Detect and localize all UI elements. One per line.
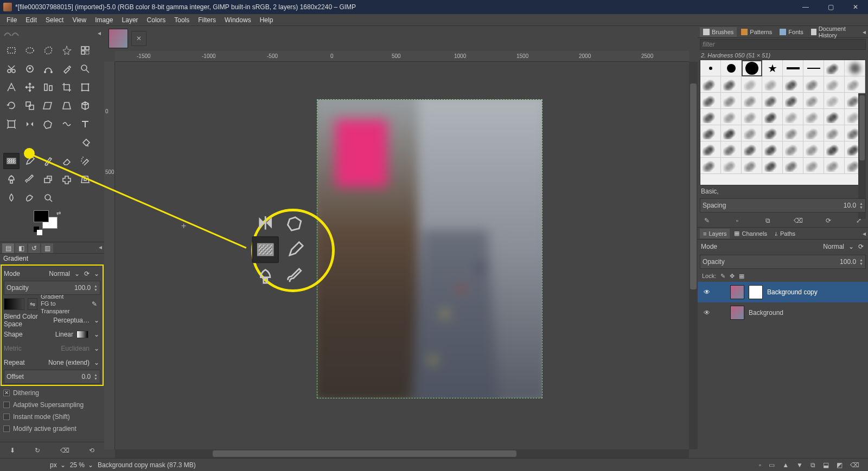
layer-thumbnail[interactable] bbox=[730, 306, 744, 320]
fg-color-swatch[interactable] bbox=[34, 210, 49, 222]
brush-cell[interactable] bbox=[803, 109, 824, 125]
rotate-tool[interactable] bbox=[3, 98, 20, 114]
merge-down-icon[interactable]: ⬓ bbox=[823, 461, 829, 469]
bucket-fill-tool[interactable] bbox=[77, 134, 93, 151]
channels-tab[interactable]: ▦Channels bbox=[731, 229, 770, 238]
new-layer-icon[interactable]: ▫ bbox=[759, 461, 761, 469]
unit-selector[interactable]: px⌄ bbox=[50, 461, 67, 469]
opacity-row[interactable]: Opacity 100.0 ▲▼ bbox=[4, 281, 100, 295]
brush-cell[interactable]: ★ bbox=[762, 60, 783, 76]
chevron-down-icon[interactable]: ⌄ bbox=[93, 270, 100, 278]
layer-mask-thumbnail[interactable] bbox=[749, 285, 763, 299]
adaptive-check[interactable]: Adaptive Supersampling bbox=[0, 399, 104, 411]
checkbox-icon[interactable] bbox=[3, 390, 10, 396]
brush-cell[interactable] bbox=[742, 125, 762, 141]
images-tab[interactable]: ▥ bbox=[41, 243, 53, 253]
menu-select[interactable]: Select bbox=[41, 16, 68, 24]
checkbox-icon[interactable] bbox=[3, 425, 10, 432]
brush-cell[interactable] bbox=[783, 158, 803, 174]
brush-cell[interactable] bbox=[803, 125, 824, 141]
repeat-row[interactable]: Repeat None (extend) ⌄ bbox=[4, 356, 100, 370]
menu-tools[interactable]: Tools bbox=[170, 16, 194, 24]
gradient-tool[interactable] bbox=[3, 153, 20, 169]
brush-grid[interactable]: ★ bbox=[700, 60, 866, 185]
brush-cell[interactable] bbox=[824, 60, 845, 76]
smudge-tool[interactable] bbox=[22, 190, 38, 206]
paths-tool[interactable] bbox=[40, 61, 56, 77]
lock-alpha-icon[interactable]: ▦ bbox=[739, 273, 744, 280]
3d-transform-tool[interactable] bbox=[77, 98, 93, 114]
image-tab-thumbnail[interactable] bbox=[108, 29, 128, 48]
brush-cell[interactable] bbox=[803, 141, 824, 158]
brush-cell[interactable] bbox=[803, 76, 824, 93]
scissors-tool[interactable] bbox=[3, 61, 20, 77]
panel-menu-icon[interactable]: ◂ bbox=[863, 28, 866, 36]
edit-brush-icon[interactable]: ✎ bbox=[702, 217, 712, 224]
undo-history-tab[interactable]: ↺ bbox=[28, 243, 40, 253]
color-picker-tool[interactable] bbox=[59, 61, 75, 77]
delete-layer-icon[interactable]: ⌫ bbox=[850, 461, 859, 469]
reset-options-icon[interactable]: ⟲ bbox=[89, 447, 94, 454]
brush-cell[interactable] bbox=[721, 158, 742, 174]
heal-tool[interactable] bbox=[59, 171, 75, 188]
brush-cell[interactable] bbox=[824, 76, 845, 93]
shear-tool[interactable] bbox=[40, 98, 56, 114]
vertical-scrollbar[interactable] bbox=[689, 62, 698, 449]
chevron-down-icon[interactable]: ⌄ bbox=[73, 270, 81, 278]
chevron-down-icon[interactable]: ⌄ bbox=[93, 317, 100, 324]
ink-tool[interactable] bbox=[3, 171, 20, 188]
chevron-down-icon[interactable]: ⌄ bbox=[93, 359, 100, 366]
chevron-down-icon[interactable]: ⌄ bbox=[87, 461, 94, 469]
gradient-preview[interactable] bbox=[4, 298, 24, 310]
menu-edit[interactable]: Edit bbox=[21, 16, 41, 24]
brush-cell[interactable] bbox=[700, 158, 721, 174]
brush-cell[interactable] bbox=[783, 76, 803, 93]
brush-cell[interactable] bbox=[721, 141, 742, 158]
menu-file[interactable]: File bbox=[2, 16, 21, 24]
raise-layer-icon[interactable]: ▲ bbox=[782, 461, 789, 469]
brush-cell[interactable] bbox=[783, 60, 803, 76]
canvas-image[interactable] bbox=[317, 100, 542, 398]
brush-cell[interactable] bbox=[783, 109, 803, 125]
mypaint-brush-tool[interactable] bbox=[22, 171, 38, 188]
patterns-tab[interactable]: Patterns bbox=[738, 27, 775, 37]
window-minimize-button[interactable]: — bbox=[793, 0, 818, 14]
menu-filters[interactable]: Filters bbox=[194, 16, 220, 24]
brush-cell[interactable] bbox=[762, 158, 783, 174]
dithering-check[interactable]: Dithering bbox=[0, 387, 104, 399]
brush-cell[interactable] bbox=[762, 76, 783, 93]
measure-tool[interactable] bbox=[3, 79, 20, 95]
layer-mode-row[interactable]: Mode Normal ⌄ ⟳ bbox=[698, 240, 868, 254]
checkbox-icon[interactable] bbox=[3, 402, 10, 408]
brush-cell[interactable] bbox=[742, 109, 762, 125]
horizontal-scrollbar[interactable] bbox=[115, 449, 689, 458]
unified-transform-tool[interactable] bbox=[77, 79, 93, 95]
menu-image[interactable]: Image bbox=[91, 16, 117, 24]
brush-cell[interactable] bbox=[700, 60, 721, 76]
refresh-brush-icon[interactable]: ⟳ bbox=[824, 217, 833, 224]
new-brush-icon[interactable]: ▫ bbox=[732, 217, 742, 224]
scrollbar-thumb[interactable] bbox=[859, 95, 865, 160]
flip-tool[interactable] bbox=[22, 116, 38, 132]
dodge-burn-tool[interactable] bbox=[40, 190, 56, 206]
brush-cell[interactable] bbox=[783, 125, 803, 141]
checkbox-icon[interactable] bbox=[3, 414, 10, 420]
duplicate-layer-icon[interactable]: ⧉ bbox=[810, 461, 815, 469]
layer-row-background-copy[interactable]: 👁 Background copy bbox=[698, 282, 868, 302]
brush-cell[interactable] bbox=[721, 60, 742, 76]
save-options-icon[interactable]: ⬇ bbox=[10, 447, 15, 454]
brush-cell[interactable] bbox=[783, 141, 803, 158]
image-tab-close-button[interactable]: ✕ bbox=[131, 31, 146, 46]
cage-tool[interactable] bbox=[40, 116, 56, 132]
mode-switch-icon[interactable]: ⟳ bbox=[857, 243, 865, 250]
gradient-name[interactable]: Gradient FG to Transparer bbox=[41, 293, 85, 315]
zoom-selector[interactable]: 25 %⌄ bbox=[70, 461, 94, 469]
brush-cell[interactable] bbox=[700, 93, 721, 109]
brush-cell[interactable] bbox=[742, 141, 762, 158]
text-tool[interactable] bbox=[77, 116, 93, 132]
handle-transform-tool[interactable] bbox=[3, 116, 20, 132]
offset-spinner[interactable]: ▲▼ bbox=[94, 373, 98, 380]
brush-cell[interactable] bbox=[845, 76, 865, 93]
layer-name[interactable]: Background copy bbox=[767, 288, 818, 296]
gradient-reverse-button[interactable]: ⇋ bbox=[28, 298, 37, 310]
